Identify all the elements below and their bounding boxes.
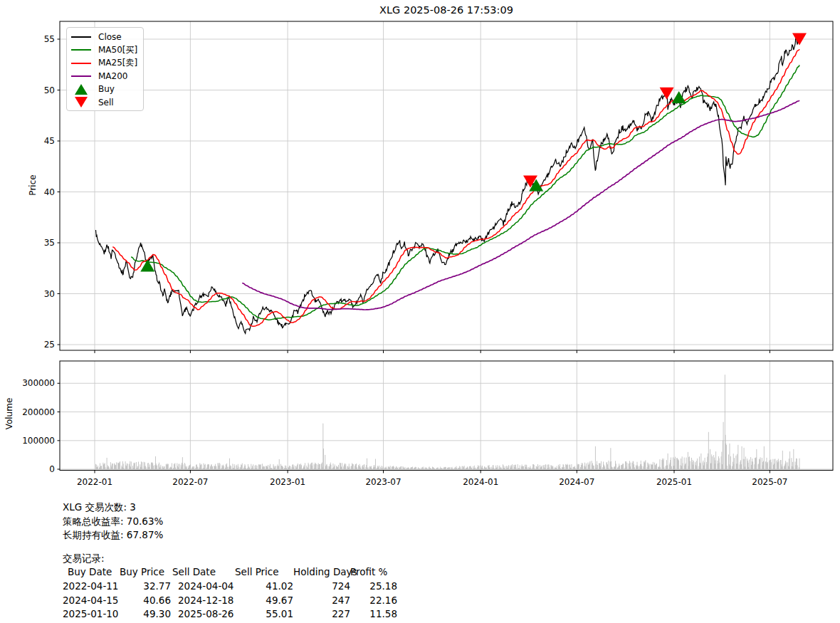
volume-bar (296, 468, 297, 469)
volume-bar (499, 466, 500, 469)
volume-bar (386, 466, 387, 469)
volume-bar (495, 468, 496, 469)
volume-bar (163, 468, 164, 469)
volume-bar (249, 468, 250, 469)
volume-bar (140, 467, 141, 469)
volume-bar (649, 466, 649, 469)
volume-bar (194, 466, 194, 469)
volume-bar (600, 464, 601, 469)
sell-date: 2024-12-18 (171, 594, 235, 608)
volume-bar (366, 467, 367, 469)
volume-bar (792, 466, 792, 469)
volume-bar (686, 463, 686, 469)
volume-bar (263, 467, 263, 469)
volume-bar (610, 461, 611, 469)
col-buy-date: Buy Date (63, 565, 120, 580)
volume-bar (506, 466, 507, 469)
volume-bar (136, 462, 137, 469)
volume-bar (204, 465, 205, 469)
volume-bar (756, 449, 757, 469)
volume-bar (369, 466, 370, 469)
volume-bar (558, 465, 559, 469)
volume-bar (97, 467, 98, 469)
volume-bar (451, 467, 451, 469)
volume-bar (301, 465, 302, 469)
volume-bar (669, 464, 670, 469)
volume-bar (317, 465, 318, 469)
volume-bar (389, 468, 390, 469)
volume-bar (174, 463, 175, 469)
volume-bar (345, 464, 346, 469)
volume-bar (764, 446, 765, 469)
volume-bar (233, 468, 233, 469)
volume-bar (400, 467, 401, 469)
volume-bar (432, 466, 433, 469)
volume-bar (737, 464, 738, 469)
volume-bar (448, 467, 449, 469)
volume-bar (298, 464, 298, 469)
volume-bar (112, 464, 112, 469)
volume-bar (514, 467, 515, 469)
volume-bar (629, 464, 629, 469)
volume-bar (200, 465, 201, 469)
volume-bar (319, 464, 320, 469)
volume-bar (478, 466, 479, 469)
volume-bar (335, 464, 335, 469)
volume-bar (115, 466, 116, 469)
volume-bar (360, 468, 361, 469)
volume-bar (367, 468, 368, 469)
volume-bar (526, 465, 527, 469)
volume-bar (489, 468, 490, 469)
volume-bar (673, 466, 674, 469)
volume-bar (555, 468, 556, 469)
volume-bar (485, 468, 485, 469)
volume-bar (530, 468, 530, 469)
volume-bar (614, 467, 614, 469)
volume-bar (142, 462, 142, 469)
volume-bar (625, 461, 626, 469)
volume-bar (762, 465, 763, 469)
volume-bar (741, 464, 742, 469)
holding-days: 227 (293, 607, 350, 622)
volume-bar (795, 461, 796, 469)
volume-bar (394, 467, 394, 469)
volume-bar (350, 466, 350, 469)
volume-bar (456, 466, 457, 469)
volume-bar (507, 468, 508, 469)
volume-bar (108, 466, 109, 469)
buy-date: 2025-01-10 (63, 607, 120, 622)
volume-bar (725, 375, 725, 469)
volume-bar (549, 467, 550, 469)
volume-bar (121, 466, 122, 469)
volume-bar (415, 467, 416, 469)
volume-bar (329, 466, 330, 469)
volume-bar (390, 466, 391, 469)
volume-bar (260, 465, 261, 469)
volume-bar (427, 468, 428, 469)
volume-bar (595, 446, 596, 469)
volume-bar (308, 463, 309, 469)
volume-bar (681, 466, 682, 469)
volume-bar (622, 464, 623, 469)
volume-bar (527, 468, 527, 470)
volume-bar (237, 468, 238, 469)
volume-bar (453, 468, 453, 469)
volume-bar (333, 467, 334, 469)
volume-bar (436, 468, 436, 469)
volume-bar (288, 468, 289, 469)
volume-bar (306, 466, 307, 469)
volume-bar (222, 465, 223, 469)
volume-bar (523, 466, 523, 469)
volume-bar (491, 467, 492, 469)
volume-bar (345, 466, 346, 469)
volume-bar (243, 468, 244, 469)
volume-bar (126, 466, 127, 469)
table-row: 2022-04-11 32.77 2024-04-04 41.02 724 25… (63, 580, 397, 594)
volume-bar (784, 465, 785, 469)
volume-bar (530, 468, 531, 469)
volume-bar (560, 464, 560, 469)
volume-bar (708, 454, 708, 469)
volume-bar (744, 459, 745, 469)
volume-bar (700, 464, 701, 469)
volume-bar (326, 465, 327, 469)
